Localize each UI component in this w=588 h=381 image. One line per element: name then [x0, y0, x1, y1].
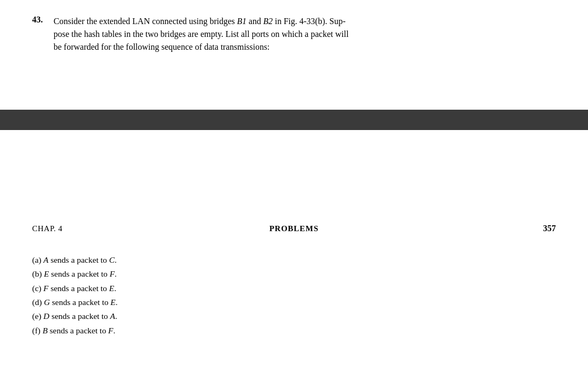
question-block: 43. Consider the extended LAN connected … — [32, 15, 556, 54]
page-container: 43. Consider the extended LAN connected … — [0, 0, 588, 381]
question-text-line2: pose the hash tables in the two bridges … — [54, 29, 349, 39]
list-item: (d) G sends a packet to E. — [32, 295, 118, 309]
question-text-line1: Consider the extended LAN connected usin… — [54, 17, 345, 26]
dark-bar — [0, 110, 588, 130]
top-section: 43. Consider the extended LAN connected … — [0, 0, 588, 54]
question-text-line3: be forwarded for the following sequence … — [54, 42, 269, 51]
footer-line: CHAP. 4 PROBLEMS 357 — [0, 224, 588, 233]
list-item: (c) F sends a packet to E. — [32, 281, 118, 295]
list-item: (f) B sends a packet to F. — [32, 324, 118, 338]
list-item: (e) D sends a packet to A. — [32, 309, 118, 323]
page-number: 357 — [449, 224, 556, 233]
question-number: 43. — [32, 15, 48, 54]
chap-label: CHAP. 4 — [32, 224, 139, 233]
problems-label: PROBLEMS — [139, 224, 449, 233]
sub-items-list: (a) A sends a packet to C. (b) E sends a… — [32, 253, 118, 338]
list-item: (a) A sends a packet to C. — [32, 253, 118, 267]
question-text: Consider the extended LAN connected usin… — [54, 15, 349, 54]
list-item: (b) E sends a packet to F. — [32, 267, 118, 281]
